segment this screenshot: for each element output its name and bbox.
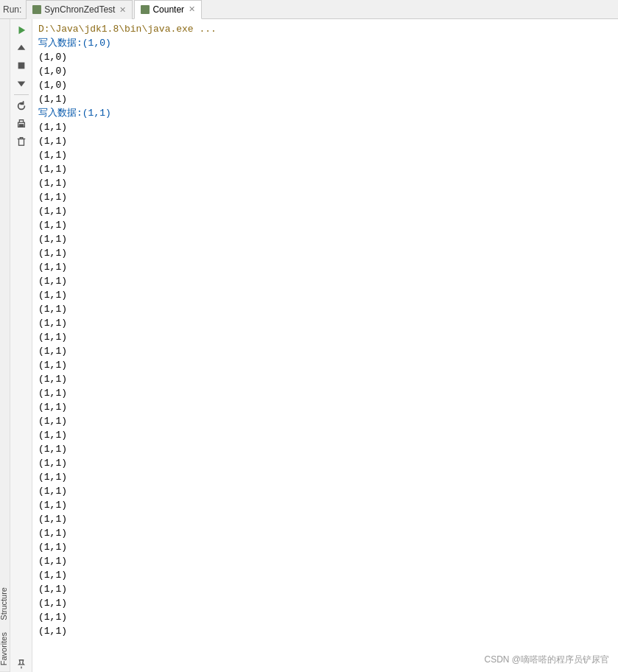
output-line: (1,1) [38, 596, 612, 610]
output-line: (1,1) [38, 120, 612, 134]
favorites-label[interactable]: Favorites [0, 626, 10, 672]
synchro-tab-close[interactable]: ✕ [119, 5, 126, 15]
synchro-tab-icon [32, 5, 41, 14]
counter-tab-close[interactable]: ✕ [189, 4, 195, 14]
tab-counter[interactable]: Counter ✕ [134, 0, 202, 19]
svg-rect-5 [19, 125, 23, 125]
tab-synchro[interactable]: SynChronZedTest ✕ [26, 0, 133, 19]
output-line: (1,1) [38, 470, 612, 484]
main-area: Structure Favorites D:\Jav [0, 19, 618, 672]
output-line: (1,1) [38, 624, 612, 638]
svg-rect-7 [18, 139, 24, 146]
output-line: (1,1) [38, 498, 612, 512]
output-line: (1,1) [38, 316, 612, 330]
output-line: (1,1) [38, 162, 612, 176]
output-line: (1,1) [38, 428, 612, 442]
svg-rect-2 [18, 63, 24, 69]
output-line: (1,0) [38, 50, 612, 64]
output-lines: D:\Java\jdk1.8\bin\java.exe ...写入数据:(1,0… [38, 22, 612, 638]
output-line: (1,0) [38, 64, 612, 78]
output-line: (1,1) [38, 358, 612, 372]
output-panel[interactable]: D:\Java\jdk1.8\bin\java.exe ...写入数据:(1,0… [32, 19, 618, 672]
output-line: (1,1) [38, 442, 612, 456]
output-line: (1,1) [38, 344, 612, 358]
counter-tab-icon [141, 5, 150, 14]
pin-button[interactable] [13, 656, 29, 672]
scroll-up-button[interactable] [13, 40, 29, 56]
toolbar-separator-1 [14, 94, 29, 95]
output-line: (1,1) [38, 246, 612, 260]
output-line: D:\Java\jdk1.8\bin\java.exe ... [38, 22, 612, 36]
output-line: (1,1) [38, 610, 612, 624]
output-line: (1,1) [38, 260, 612, 274]
rerun-button[interactable] [13, 98, 29, 114]
output-line: (1,1) [38, 302, 612, 316]
output-line: (1,1) [38, 288, 612, 302]
output-line: (1,1) [38, 190, 612, 204]
output-line: (1,1) [38, 274, 612, 288]
output-line: (1,1) [38, 386, 612, 400]
output-line: (1,1) [38, 92, 612, 106]
clear-button[interactable] [13, 133, 29, 150]
output-line: (1,1) [38, 526, 612, 540]
output-line: (1,1) [38, 456, 612, 470]
output-line: (1,1) [38, 148, 612, 162]
svg-marker-3 [17, 81, 25, 86]
counter-tab-label: Counter [152, 4, 184, 15]
structure-label[interactable]: Structure [0, 581, 10, 626]
svg-marker-1 [17, 45, 25, 50]
svg-rect-6 [19, 126, 23, 127]
tab-bar: Run: SynChronZedTest ✕ Counter ✕ [0, 0, 618, 19]
output-line: (1,1) [38, 134, 612, 148]
output-line: (1,1) [38, 232, 612, 246]
print-button[interactable] [13, 116, 29, 132]
scroll-down-button[interactable] [13, 75, 29, 91]
left-toolbar [10, 19, 32, 672]
watermark: CSDN @嘀嗒嗒的程序员铲尿官 [484, 654, 609, 666]
output-line: (1,1) [38, 400, 612, 414]
output-line: (1,1) [38, 554, 612, 568]
output-line: (1,1) [38, 372, 612, 386]
output-line: (1,1) [38, 582, 612, 596]
output-line: 写入数据:(1,0) [38, 36, 612, 50]
output-line: (1,0) [38, 78, 612, 92]
output-line: (1,1) [38, 540, 612, 554]
output-line: (1,1) [38, 218, 612, 232]
output-line: 写入数据:(1,1) [38, 106, 612, 120]
run-button[interactable] [13, 22, 29, 38]
svg-marker-0 [18, 27, 25, 35]
output-line: (1,1) [38, 512, 612, 526]
output-line: (1,1) [38, 204, 612, 218]
output-line: (1,1) [38, 330, 612, 344]
stop-button[interactable] [13, 57, 29, 74]
synchro-tab-label: SynChronZedTest [44, 4, 115, 15]
output-line: (1,1) [38, 568, 612, 582]
output-line: (1,1) [38, 484, 612, 498]
run-label: Run: [3, 4, 21, 15]
left-edge-panel: Structure Favorites [0, 19, 10, 672]
output-line: (1,1) [38, 414, 612, 428]
output-line: (1,1) [38, 176, 612, 190]
